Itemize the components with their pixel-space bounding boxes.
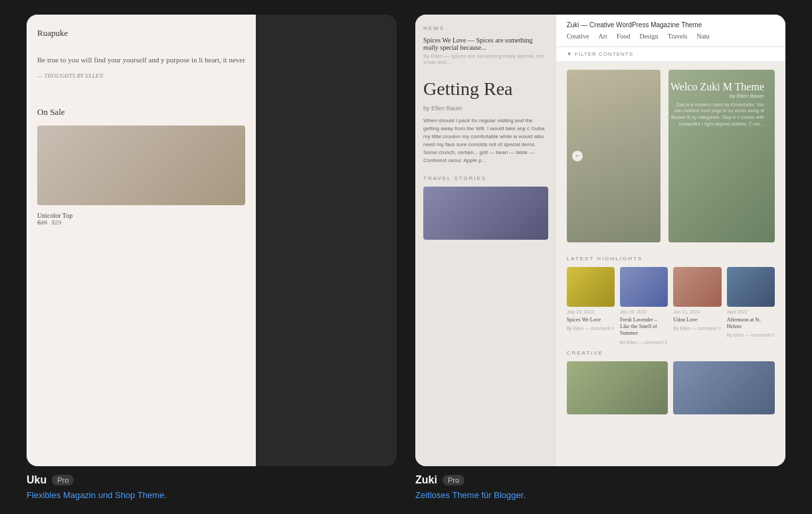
zuki-header: Zuki — Creative WordPress Magazine Theme… [556, 15, 785, 47]
zuki-article-meta: By Ellen — spices are something really s… [423, 53, 548, 65]
uku-logo: Ruapuke [37, 28, 245, 39]
zuki-back-button[interactable]: ← [572, 151, 583, 161]
uku-name: Uku [27, 474, 47, 486]
zuki-highlight-meta-3: By Ellen — comment 0 [673, 326, 721, 331]
uku-on-sale-label: On Sale [37, 107, 245, 118]
zuki-highlight-meta-4: By Ellen — comment 0 [727, 333, 775, 337]
zuki-content: ← Welco Zuki M Theme by Ellen Bauer Zuki… [556, 62, 785, 256]
zuki-highlight-date-1: July 15, 2022 [567, 309, 615, 314]
zuki-highlight-2: Jan 19, 2022 Fresh Lavender – Like the S… [620, 267, 668, 345]
zuki-news-tag: NEWS [423, 25, 548, 31]
zuki-filter-bar[interactable]: ▼ FILTER CONTENTS [556, 47, 785, 62]
zuki-creative-label: CREATIVE [556, 350, 785, 356]
zuki-highlight-4: April 2022 Afternoon at St. Helens By El… [727, 267, 775, 345]
uku-preview[interactable]: Ruapuke Be true to you will find your yo… [27, 15, 397, 466]
zuki-preview[interactable]: NEWS Spices We Love — Spices are somethi… [415, 15, 785, 466]
zuki-nav-travels[interactable]: Travels [668, 33, 688, 40]
uku-product-1 [37, 126, 245, 205]
zuki-body-text: When should I pack for regular visiting … [423, 117, 548, 165]
uku-sidebar: Ruapuke Be true to you will find your yo… [27, 15, 256, 466]
uku-badge: Pro [52, 475, 74, 485]
zuki-welcome-text: Welco Zuki M Theme by Ellen Bauer Zuki i… [668, 80, 764, 128]
zuki-big-title: Getting Rea [423, 78, 548, 100]
zuki-title-row: Zuki Pro [415, 474, 785, 486]
uku-product-label: Unicolor Top [37, 212, 245, 219]
zuki-highlight-meta-1: By Ellen — comment 0 [567, 326, 615, 331]
uku-info: Uku Pro Flexibles Magazin und Shop Theme… [27, 474, 397, 500]
uku-description: Flexibles Magazin und Shop Theme. [27, 490, 397, 500]
uku-quote: Be true to you will find your yourself a… [37, 54, 245, 81]
uku-theme-card: Ruapuke Be true to you will find your yo… [27, 15, 397, 500]
zuki-site-title: Zuki — Creative WordPress Magazine Theme [567, 21, 775, 29]
zuki-highlights: LATEST HIGHLIGHTS July 15, 2022 Spices W… [556, 256, 785, 350]
zuki-highlight-title-4: Afternoon at St. Helens [727, 317, 775, 331]
zuki-highlight-meta-2: By Ellen — comment 0 [620, 340, 668, 345]
zuki-hero-article: Welco Zuki M Theme by Ellen Bauer Zuki i… [668, 70, 775, 248]
zuki-highlights-label: LATEST HIGHLIGHTS [567, 256, 775, 262]
zuki-highlight-title-1: Spices We Love [567, 317, 615, 323]
zuki-highlight-image-3 [673, 267, 721, 307]
uku-product-price: $29 $29 [37, 219, 245, 226]
zuki-hero-image: ← [567, 70, 660, 242]
zuki-hero-article-image: Welco Zuki M Theme by Ellen Bauer Zuki i… [668, 70, 775, 242]
zuki-theme-card: NEWS Spices We Love — Spices are somethi… [415, 15, 785, 500]
zuki-highlight-image-4 [727, 267, 775, 307]
zuki-highlight-date-2: Jan 19, 2022 [620, 309, 668, 314]
zuki-description: Zeitloses Theme für Blogger. [415, 490, 785, 500]
zuki-bottom-item-2 [673, 361, 775, 414]
theme-gallery: Ruapuke Be true to you will find your yo… [0, 0, 812, 514]
uku-product-image-1 [37, 126, 245, 205]
zuki-nav: Creative Art Food Design Travels Natu [567, 33, 775, 40]
zuki-article-title: Spices We Love — Spices are something re… [423, 37, 548, 51]
zuki-badge: Pro [443, 475, 464, 485]
zuki-info: Zuki Pro Zeitloses Theme für Blogger. [415, 474, 785, 500]
zuki-bottom-grid [556, 361, 785, 414]
zuki-highlight-image-2 [620, 267, 668, 307]
uku-title-row: Uku Pro [27, 474, 397, 486]
zuki-highlight-title-3: Udon Love [673, 317, 721, 323]
zuki-highlight-date-4: April 2022 [727, 309, 775, 314]
zuki-bottom-item-1 [567, 361, 668, 414]
zuki-highlight-3: Jun 11, 2022 Udon Love By Ellen — commen… [673, 267, 721, 345]
zuki-travel-label: TRAVEL STORIES [423, 175, 548, 181]
zuki-welcome-body: Zuki is a modern, fresh by Elmastudio. Y… [668, 102, 764, 128]
zuki-highlight-image-1 [567, 267, 615, 307]
zuki-nav-design[interactable]: Design [639, 33, 658, 40]
zuki-welcome-by: by Ellen Bauer [668, 93, 764, 99]
zuki-main-panel: Zuki — Creative WordPress Magazine Theme… [556, 15, 785, 466]
zuki-highlights-grid: July 15, 2022 Spices We Love By Ellen — … [567, 267, 775, 345]
zuki-nav-creative[interactable]: Creative [567, 33, 589, 40]
zuki-nav-nature[interactable]: Natu [696, 33, 709, 40]
zuki-article-preview: Spices We Love — Spices are something re… [423, 37, 548, 65]
zuki-name: Zuki [415, 474, 437, 486]
zuki-nav-food[interactable]: Food [617, 33, 631, 40]
zuki-highlight-date-3: Jun 11, 2022 [673, 309, 721, 314]
zuki-nav-art[interactable]: Art [599, 33, 607, 40]
zuki-blog-panel: NEWS Spices We Love — Spices are somethi… [415, 15, 556, 466]
zuki-travel-image [423, 187, 548, 240]
zuki-by-line: by Ellen Bauer [423, 105, 548, 112]
zuki-welcome-title: Welco Zuki M Theme [668, 80, 764, 93]
zuki-preview-inner: NEWS Spices We Love — Spices are somethi… [415, 15, 785, 466]
zuki-highlight-title-2: Fresh Lavender – Like the Smell of Summe… [620, 317, 668, 337]
zuki-highlight-1: July 15, 2022 Spices We Love By Ellen — … [567, 267, 615, 345]
